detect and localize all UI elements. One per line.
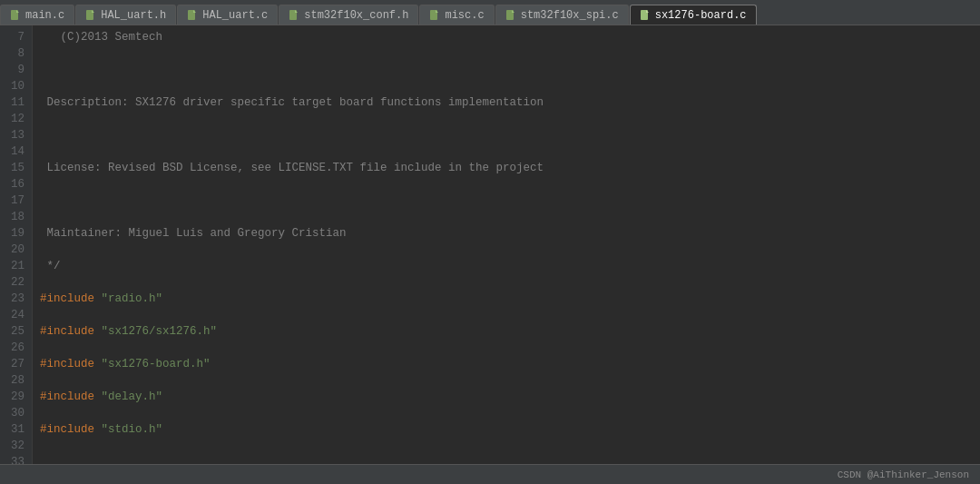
file-icon [85, 10, 96, 21]
tab-main-c[interactable]: main.c [0, 5, 74, 25]
file-icon [640, 10, 651, 21]
line-number: 11 [4, 94, 24, 111]
file-icon [429, 10, 440, 21]
tab-label: stm32f10x_spi.c [521, 9, 619, 22]
line-numbers: 7891011121314151617181920212223242526272… [0, 25, 33, 464]
line-number: 17 [4, 193, 24, 209]
tab-label: HAL_uart.h [101, 9, 166, 22]
line-number: 29 [4, 389, 24, 405]
status-bar: CSDN @AiThinker_Jenson [0, 464, 980, 484]
line-number: 14 [4, 143, 24, 160]
line-number: 24 [4, 307, 24, 323]
tab-label: stm32f10x_conf.h [304, 9, 408, 22]
line-number: 23 [4, 291, 24, 307]
tab-stm32f10x-spi-c[interactable]: stm32f10x_spi.c [495, 5, 629, 25]
tab-label: sx1276-board.c [655, 9, 747, 22]
file-icon [505, 10, 516, 21]
tab-label: main.c [25, 9, 64, 22]
line-number: 25 [4, 323, 24, 340]
tab-label: HAL_uart.c [202, 9, 268, 22]
tab-sx1276-board-c[interactable]: sx1276-board.c [630, 5, 757, 25]
tab-misc-c[interactable]: misc.c [419, 5, 494, 25]
tab-label: misc.c [445, 9, 484, 22]
line-number: 30 [4, 405, 24, 421]
status-text: CSDN @AiThinker_Jenson [838, 469, 969, 480]
line-number: 9 [4, 62, 24, 78]
file-icon [289, 10, 299, 21]
line-number: 7 [4, 29, 24, 45]
code-area[interactable]: (C)2013 Semtech Description: SX1276 driv… [33, 25, 980, 464]
line-number: 16 [4, 176, 24, 193]
tab-hal-uart-h[interactable]: HAL_uart.h [75, 5, 176, 25]
line-number: 33 [4, 454, 24, 464]
line-number: 21 [4, 258, 24, 274]
line-number: 26 [4, 340, 24, 356]
line-number: 31 [4, 421, 24, 438]
line-number: 27 [4, 356, 24, 372]
tab-hal-uart-c[interactable]: HAL_uart.c [177, 5, 278, 25]
line-number: 19 [4, 225, 24, 242]
line-number: 12 [4, 111, 24, 127]
line-number: 15 [4, 160, 24, 176]
file-icon [187, 10, 198, 21]
editor-container: 7891011121314151617181920212223242526272… [0, 25, 980, 464]
file-icon [10, 10, 21, 21]
line-number: 18 [4, 209, 24, 225]
line-number: 32 [4, 438, 24, 454]
line-number: 20 [4, 242, 24, 258]
tab-bar: main.cHAL_uart.hHAL_uart.cstm32f10x_conf… [0, 0, 980, 25]
line-number: 10 [4, 78, 24, 94]
line-number: 8 [4, 45, 24, 62]
line-number: 28 [4, 372, 24, 389]
line-number: 13 [4, 127, 24, 143]
editor-window: main.cHAL_uart.hHAL_uart.cstm32f10x_conf… [0, 0, 980, 484]
line-number: 22 [4, 274, 24, 291]
tab-stm32f10x-conf-h[interactable]: stm32f10x_conf.h [279, 5, 418, 25]
